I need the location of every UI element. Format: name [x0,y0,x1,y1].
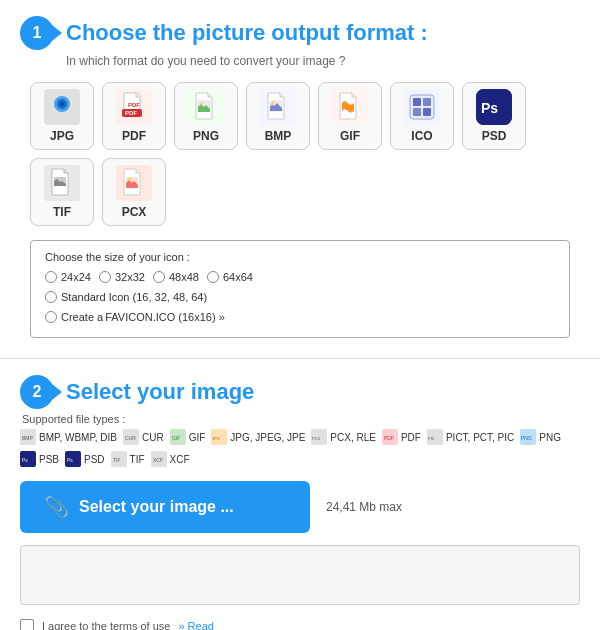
radio-24x24[interactable] [45,271,57,283]
format-bmp[interactable]: BMP [246,82,310,150]
ft-psb: Ps PSB [20,451,59,467]
psd-icon: Ps [476,89,512,125]
terms-link[interactable]: » Read [178,620,213,630]
svg-text:XCF: XCF [153,457,163,463]
ft-pdf: PDF PDF [382,429,421,445]
svg-text:PCX: PCX [312,436,321,441]
svg-text:PDF: PDF [125,110,137,116]
ico-size-row1: 24x24 32x32 48x48 64x64 [45,271,555,283]
ft-tif: TIF TIF [111,451,145,467]
section1-header: 1 Choose the picture output format : [20,16,580,50]
section2-title: Select your image [66,379,254,405]
standard-option-label: Standard Icon (16, 32, 48, 64) [61,291,207,303]
format-jpg[interactable]: JPG [30,82,94,150]
ft-png: PNG PNG [520,429,561,445]
svg-point-14 [272,102,275,105]
ico-size-row2: Standard Icon (16, 32, 48, 64) [45,291,555,303]
svg-text:PDF: PDF [384,435,394,441]
section1-subtitle: In which format do you need to convert y… [66,54,580,68]
png-label: PNG [193,129,219,143]
ico-icon [404,89,440,125]
terms-text: I agree to the terms of use [42,620,170,630]
svg-point-11 [201,103,204,106]
psd-label: PSD [482,129,507,143]
ft-jpg: JPG JPG, JPEG, JPE [211,429,305,445]
radio-favicon[interactable] [45,311,57,323]
svg-text:JPG: JPG [212,436,220,441]
bmp-label: BMP [265,129,292,143]
radio-32x32[interactable] [99,271,111,283]
svg-point-28 [128,178,131,181]
section1-title: Choose the picture output format : [66,20,428,46]
svg-text:CUR: CUR [125,435,136,441]
ft-bmp: BMP BMP, WBMP, DIB [20,429,117,445]
svg-rect-19 [423,98,431,106]
bmp-icon [260,89,296,125]
favicon-option-label[interactable]: FAVICON.ICO (16x16) » [105,311,225,323]
gif-label: GIF [340,129,360,143]
format-ico[interactable]: ICO [390,82,454,150]
terms-checkbox[interactable] [20,619,34,630]
section-1: 1 Choose the picture output format : In … [0,0,600,359]
tif-label: TIF [53,205,71,219]
svg-rect-21 [423,108,431,116]
radio-48x48[interactable] [153,271,165,283]
ico-size-title: Choose the size of your icon : [45,251,555,263]
format-gif[interactable]: GIF [318,82,382,150]
ft-xcf: XCF XCF [151,451,190,467]
ft-psd: Ps PSD [65,451,105,467]
pdf-icon: PDF PDF [116,89,152,125]
format-psd[interactable]: Ps PSD [462,82,526,150]
svg-text:Ps: Ps [67,457,73,463]
file-types-row: BMP BMP, WBMP, DIB CUR CUR GIF GIF JPG J… [20,429,580,467]
format-pdf[interactable]: PDF PDF PDF [102,82,166,150]
ft-cur: CUR CUR [123,429,164,445]
svg-text:BMP: BMP [22,435,34,441]
svg-rect-20 [413,108,421,116]
radio-64x64[interactable] [207,271,219,283]
section2-header: 2 Select your image [20,375,580,409]
max-size-text: 24,41 Mb max [326,500,402,514]
select-image-button[interactable]: 📎 Select your image ... [20,481,310,533]
step2-badge: 2 [20,375,54,409]
jpg-label: JPG [50,129,74,143]
format-pcx[interactable]: PCX [102,158,166,226]
ft-pict: PIC PICT, PCT, PIC [427,429,514,445]
svg-text:PNG: PNG [521,435,532,441]
step1-badge: 1 [20,16,54,50]
svg-text:GIF: GIF [172,435,180,441]
format-grid: JPG PDF PDF PDF [30,82,580,226]
png-icon [188,89,224,125]
terms-row: I agree to the terms of use » Read [20,619,580,630]
pcx-icon [116,165,152,201]
gif-icon [332,89,368,125]
drop-area[interactable] [20,545,580,605]
paperclip-icon: 📎 [44,495,69,519]
pcx-label: PCX [122,205,147,219]
svg-rect-18 [413,98,421,106]
select-image-row: 📎 Select your image ... 24,41 Mb max [20,481,580,533]
svg-text:Ps: Ps [22,457,28,463]
ico-size-row3: Create a FAVICON.ICO (16x16) » [45,311,555,323]
jpg-icon [44,89,80,125]
section-2: 2 Select your image Supported file types… [0,359,600,630]
pdf-label: PDF [122,129,146,143]
svg-text:PDF: PDF [128,102,140,108]
svg-point-3 [60,102,64,106]
svg-text:PIC: PIC [428,436,435,441]
ft-pcx: PCX PCX, RLE [311,429,376,445]
svg-text:Ps: Ps [481,100,498,116]
select-image-btn-label: Select your image ... [79,498,234,516]
ft-gif: GIF GIF [170,429,206,445]
svg-text:TIF: TIF [113,457,121,463]
ico-size-box: Choose the size of your icon : 24x24 32x… [30,240,570,338]
ico-label: ICO [411,129,432,143]
tif-icon [44,165,80,201]
supported-label: Supported file types : [22,413,580,425]
format-png[interactable]: PNG [174,82,238,150]
radio-standard[interactable] [45,291,57,303]
format-tif[interactable]: TIF [30,158,94,226]
